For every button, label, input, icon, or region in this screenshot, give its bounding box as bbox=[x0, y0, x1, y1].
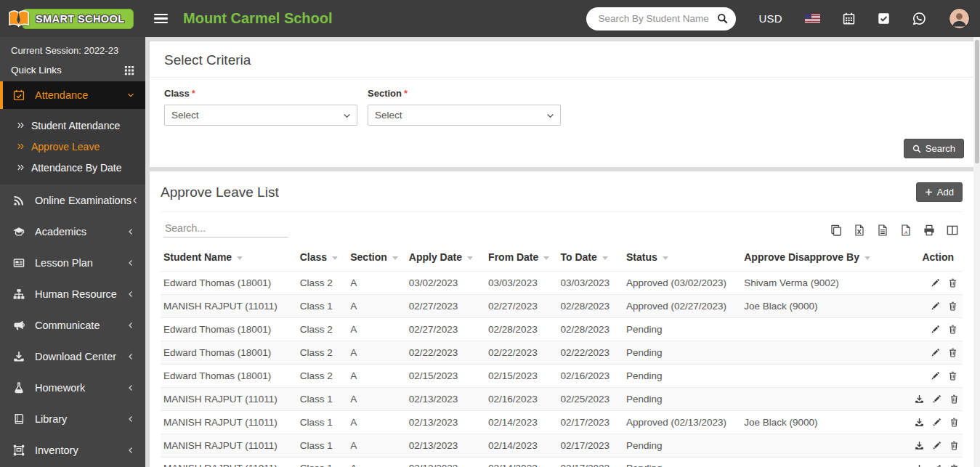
sidebar-submenu: Student Attendance Approve Leave Attenda… bbox=[0, 109, 145, 184]
export-csv-button[interactable] bbox=[875, 223, 890, 237]
delete-button[interactable] bbox=[947, 324, 958, 335]
column-header-apply-date[interactable]: Apply Date bbox=[406, 247, 485, 272]
column-header-approve-disapprove-by[interactable]: Approve Disapprove By bbox=[741, 247, 904, 272]
avatar[interactable] bbox=[949, 8, 970, 29]
app-root: SMART SCHOOL Mount Carmel School USD Cur… bbox=[0, 0, 980, 37]
cell-status: Pending bbox=[623, 387, 741, 410]
export-columns-button[interactable] bbox=[945, 223, 960, 237]
sidebar-subitem-approve-leave[interactable]: Approve Leave bbox=[0, 136, 145, 157]
delete-button[interactable] bbox=[949, 417, 960, 428]
delete-button[interactable] bbox=[947, 347, 958, 358]
sidebar-item-library[interactable]: Library bbox=[0, 403, 145, 434]
delete-button[interactable] bbox=[947, 370, 958, 381]
class-label: Class* bbox=[164, 88, 357, 99]
table-row: Edward Thomas (18001) Class 2 A 02/15/20… bbox=[161, 364, 963, 387]
column-header-to-date[interactable]: To Date bbox=[557, 247, 623, 272]
sidebar-item-inventory[interactable]: Inventory bbox=[0, 434, 145, 466]
calendar-icon[interactable] bbox=[843, 12, 855, 25]
edit-button[interactable] bbox=[931, 417, 942, 428]
grid-icon[interactable] bbox=[124, 65, 134, 76]
book-icon bbox=[13, 413, 25, 425]
delete-button[interactable] bbox=[949, 440, 960, 451]
excel-icon bbox=[854, 224, 865, 236]
sidebar-item-human-resource[interactable]: Human Resource bbox=[0, 278, 145, 309]
sidebar-item-academics[interactable]: Academics bbox=[0, 216, 145, 247]
sidebar-subitem-student-attendance[interactable]: Student Attendance bbox=[0, 115, 145, 136]
logo-book-icon bbox=[7, 9, 31, 29]
search-button[interactable]: Search bbox=[904, 139, 964, 158]
edit-button[interactable] bbox=[931, 394, 942, 405]
angles-right-icon bbox=[17, 163, 25, 171]
main-content: Select Criteria Class* Select Section* bbox=[145, 37, 980, 467]
export-excel-button[interactable] bbox=[852, 223, 867, 237]
sidebar-item-download-center[interactable]: Download Center bbox=[0, 341, 145, 372]
task-check-icon[interactable] bbox=[878, 12, 890, 25]
bullhorn-icon bbox=[13, 320, 25, 331]
export-print-button[interactable] bbox=[922, 223, 936, 237]
cell-section: A bbox=[347, 272, 406, 295]
search-icon[interactable] bbox=[717, 13, 728, 24]
edit-button[interactable] bbox=[930, 301, 941, 312]
quick-links[interactable]: Quick Links bbox=[0, 58, 145, 81]
hamburger-menu-icon[interactable] bbox=[154, 12, 168, 26]
edit-button[interactable] bbox=[931, 440, 942, 451]
edit-button[interactable] bbox=[931, 463, 942, 467]
whatsapp-icon[interactable] bbox=[912, 12, 926, 25]
trash-icon bbox=[949, 418, 959, 427]
delete-button[interactable] bbox=[949, 394, 960, 405]
cell-status: Pending bbox=[623, 341, 741, 364]
add-button[interactable]: Add bbox=[916, 182, 963, 202]
pencil-icon bbox=[931, 371, 940, 381]
export-copy-button[interactable] bbox=[829, 223, 843, 237]
cell-from-date: 02/14/2023 bbox=[485, 434, 557, 457]
sidebar-item-attendance[interactable]: Attendance bbox=[0, 81, 145, 109]
class-select[interactable]: Select bbox=[164, 105, 357, 126]
sidebar-item-communicate[interactable]: Communicate bbox=[0, 309, 145, 341]
section-select[interactable]: Select bbox=[368, 105, 561, 126]
approve-leave-list-title: Approve Leave List bbox=[161, 184, 279, 200]
cell-class: Class 2 bbox=[297, 341, 348, 364]
student-search bbox=[586, 7, 736, 31]
edit-button[interactable] bbox=[930, 370, 941, 381]
pencil-icon bbox=[931, 301, 940, 311]
scrollbar-thumb[interactable] bbox=[975, 40, 979, 163]
sidebar-subitem-attendance-by-date[interactable]: Attendance By Date bbox=[0, 157, 145, 178]
sidebar-menu: Attendance Student Attendance Approve Le… bbox=[0, 81, 145, 467]
cell-class: Class 2 bbox=[297, 272, 348, 295]
download-button[interactable] bbox=[914, 417, 925, 428]
edit-button[interactable] bbox=[930, 277, 941, 288]
delete-button[interactable] bbox=[947, 277, 958, 288]
download-button[interactable] bbox=[914, 440, 925, 451]
chevron-left-icon bbox=[127, 322, 134, 329]
cell-action bbox=[904, 341, 963, 364]
trash-icon bbox=[948, 348, 957, 357]
column-header-section[interactable]: Section bbox=[347, 247, 406, 272]
edit-button[interactable] bbox=[930, 347, 941, 358]
cell-to-date: 02/17/2023 bbox=[557, 434, 623, 457]
sort-caret-icon bbox=[602, 256, 608, 260]
currency-label[interactable]: USD bbox=[758, 12, 782, 25]
page-scrollbar[interactable] bbox=[973, 37, 980, 467]
column-header-status[interactable]: Status bbox=[623, 247, 741, 272]
angles-right-icon bbox=[17, 142, 25, 150]
trash-icon bbox=[948, 301, 957, 311]
export-pdf-button[interactable] bbox=[899, 223, 913, 237]
sidebar-item-lesson-plan[interactable]: Lesson Plan bbox=[0, 247, 145, 278]
column-header-from-date[interactable]: From Date bbox=[485, 247, 557, 272]
app-logo[interactable]: SMART SCHOOL bbox=[0, 9, 145, 29]
sidebar-item-homework[interactable]: Homework bbox=[0, 372, 145, 403]
language-flag-icon[interactable] bbox=[805, 14, 820, 23]
column-header-student-name[interactable]: Student Name bbox=[161, 247, 297, 272]
edit-button[interactable] bbox=[930, 324, 941, 335]
download-button[interactable] bbox=[914, 463, 925, 467]
student-search-input[interactable] bbox=[596, 12, 717, 25]
cell-action bbox=[904, 387, 963, 410]
delete-button[interactable] bbox=[949, 463, 960, 467]
download-button[interactable] bbox=[914, 394, 925, 405]
sidebar-item-online-examinations[interactable]: Online Examinations bbox=[0, 184, 145, 216]
topbar: SMART SCHOOL Mount Carmel School USD bbox=[0, 0, 980, 37]
table-search-input[interactable] bbox=[163, 219, 288, 237]
delete-button[interactable] bbox=[947, 301, 958, 312]
angles-right-icon bbox=[17, 121, 25, 129]
column-header-class[interactable]: Class bbox=[297, 247, 348, 272]
